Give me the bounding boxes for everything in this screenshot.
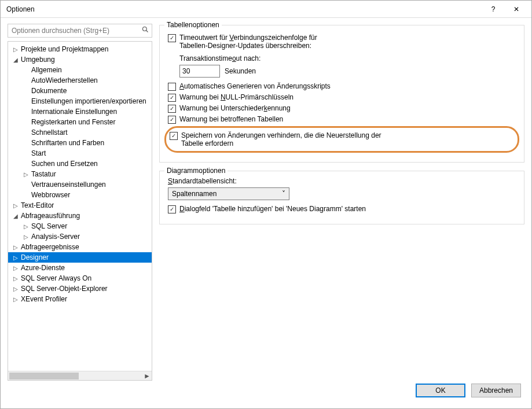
tree-item-label: Webbrowser [30,191,70,199]
tree-item[interactable]: Schnellstart [8,127,152,138]
tree-collapsed-icon[interactable]: ▷ [12,244,20,250]
tree-item-label: Abfrageergebnisse [20,243,79,251]
tree-h-scrollbar[interactable]: ◄ ► [8,371,152,380]
prevent-save-label: Speichern von Änderungen verhindern, die… [181,131,390,148]
warn-affected-tables-checkbox[interactable] [168,116,176,124]
timeout-override-checkbox[interactable] [168,34,176,42]
tree-collapsed-icon[interactable]: ▷ [12,286,20,292]
tree-item-label: Text-Editor [20,201,54,209]
tree-item[interactable]: Einstellungen importieren/exportieren [8,96,152,106]
tree-item-label: Umgebung [20,56,55,64]
tree-item[interactable]: AutoWiederherstellen [8,75,152,86]
default-table-view-label: Standardtabellensicht: [168,177,516,185]
tree-item-label: Allgemein [30,66,62,74]
warn-affected-tables-label: Warnung bei betroffenen Tabellen [179,115,283,123]
tree-item[interactable]: ▷SQL Server-Objekt-Explorer [8,283,152,294]
close-button[interactable]: ✕ [505,1,528,17]
table-options-title: Tabellenoptionen [164,21,222,29]
chevron-down-icon: ˅ [282,190,285,198]
tree-item[interactable]: ▷SQL Server [8,221,152,231]
tree-collapsed-icon[interactable]: ▷ [22,223,30,230]
tree-collapsed-icon[interactable]: ▷ [12,296,20,303]
warn-difference-checkbox[interactable] [168,105,176,113]
tree-item-label: Analysis-Server [30,233,80,241]
default-table-view-value: Spaltennamen [172,190,217,198]
scroll-thumb[interactable] [9,373,79,379]
tree-item-label: Schnellstart [30,128,68,137]
tree-collapsed-icon[interactable]: ▷ [22,234,30,240]
tree-item-label: AutoWiederherstellen [30,76,98,84]
scroll-right-icon[interactable]: ► [142,371,152,381]
tree-item[interactable]: ▷Tastatur [8,169,152,179]
search-box[interactable] [8,24,152,38]
default-table-view-select[interactable]: Spaltennamen ˅ [168,187,289,200]
tree-item-label: SQL Server [30,222,67,230]
dialog-add-table-checkbox[interactable] [168,205,176,213]
tree-item[interactable]: ▷XEvent Profiler [8,294,152,304]
tree-item[interactable]: Internationale Einstellungen [8,106,152,117]
tree-collapsed-icon[interactable]: ▷ [12,275,20,282]
tree-item-label: Internationale Einstellungen [30,108,117,116]
seconds-label: Sekunden [225,67,256,75]
tree-item[interactable]: ▷SQL Server Always On [8,273,152,283]
tree-item-label: XEvent Profiler [20,295,67,303]
tree-item[interactable]: ▷Azure-Dienste [8,263,152,273]
transaction-timeout-label: Transaktionstimeout nach: [179,54,516,62]
tree-item[interactable]: Webbrowser [8,190,152,200]
tree-item[interactable]: Schriftarten und Farben [8,138,152,148]
tree-collapsed-icon[interactable]: ▷ [12,255,20,261]
warn-null-pk-checkbox[interactable] [168,94,176,102]
tree-item[interactable]: Vertrauenseinstellungen [8,179,152,190]
tree-item-label: Abfrageausführung [20,212,80,220]
close-icon: ✕ [513,5,519,13]
tree-item-label: Projekte und Projektmappen [20,45,108,53]
diagram-options-group: Diagrammoptionen Standardtabellensicht: … [159,171,524,224]
tree-item[interactable]: Suchen und Ersetzen [8,159,152,169]
auto-generate-scripts-label: Automatisches Generieren von Änderungssk… [179,82,331,90]
transaction-timeout-input[interactable] [179,65,220,78]
tree-item[interactable]: ▷Text-Editor [8,200,152,211]
tree-item-label: Registerkarten und Fenster [30,118,115,126]
tree-item[interactable]: ▷Abfrageergebnisse [8,242,152,252]
search-icon [142,26,149,35]
tree-item-label: Tastatur [30,170,56,178]
tree-collapsed-icon[interactable]: ▷ [12,265,20,271]
tree-item[interactable]: ◢Abfrageausführung [8,211,152,221]
window-title: Optionen [6,5,482,13]
warn-null-pk-label: Warnung bei NULL-Primärschlüsseln [179,93,293,101]
prevent-save-checkbox[interactable] [170,132,178,140]
ok-button[interactable]: OK [416,384,465,397]
table-options-group: Tabellenoptionen Timeoutwert für Verbind… [159,25,524,163]
tree-item-label: Start [30,149,46,157]
tree-item[interactable]: Dokumente [8,86,152,96]
tree-item[interactable]: ▷Designer [8,252,152,263]
tree-expanded-icon[interactable]: ◢ [12,57,20,63]
cancel-button[interactable]: Abbrechen [471,384,521,397]
tree-collapsed-icon[interactable]: ▷ [22,171,30,178]
help-icon: ? [491,5,496,13]
tree-item[interactable]: Start [8,148,152,159]
dialog-add-table-label: Dialogfeld 'Tabelle hinzufügen' bei 'Neu… [179,205,366,213]
tree-item-label: Azure-Dienste [20,264,65,272]
options-tree[interactable]: ▷Projekte und Projektmappen◢UmgebungAllg… [8,42,152,371]
tree-item[interactable]: Allgemein [8,65,152,75]
tree-collapsed-icon[interactable]: ▷ [12,46,20,53]
prevent-save-highlight: Speichern von Änderungen verhindern, die… [164,126,519,153]
tree-expanded-icon[interactable]: ◢ [12,213,20,219]
tree-item-label: Schriftarten und Farben [30,139,104,147]
tree-item[interactable]: ◢Umgebung [8,54,152,65]
tree-item-label: SQL Server-Objekt-Explorer [20,285,108,293]
tree-item[interactable]: ▷Projekte und Projektmappen [8,44,152,54]
auto-generate-scripts-checkbox[interactable] [168,83,176,91]
tree-item-label: Einstellungen importieren/exportieren [30,97,146,105]
svg-point-0 [143,27,147,31]
tree-item[interactable]: ▷Analysis-Server [8,231,152,242]
tree-item-label: Designer [20,253,49,261]
tree-collapsed-icon[interactable]: ▷ [12,202,20,209]
search-input[interactable] [8,24,152,38]
warn-difference-label: Warnung bei Unterschiederkennung [179,104,291,112]
tree-item[interactable]: Registerkarten und Fenster [8,117,152,127]
diagram-options-title: Diagrammoptionen [164,167,228,175]
tree-item-label: Dokumente [30,87,67,95]
help-button[interactable]: ? [482,1,505,17]
